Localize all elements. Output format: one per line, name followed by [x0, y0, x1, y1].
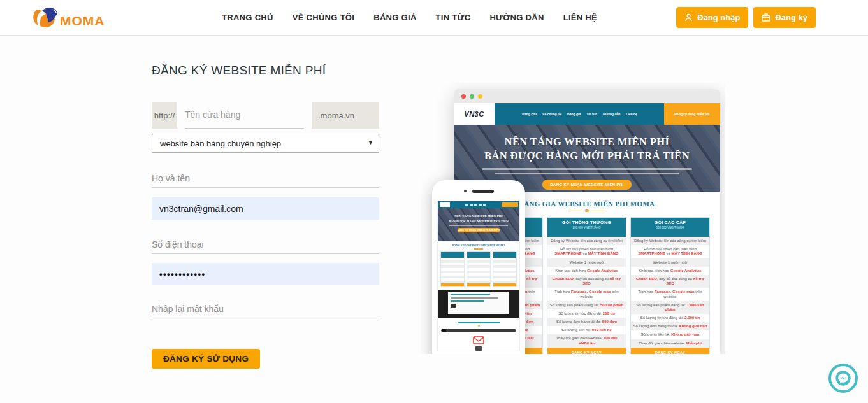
- phone-mockup: NỀN TẢNG WEBSITE MIỄN PHÍ BÁN ĐƯỢC HÀNG …: [432, 180, 525, 354]
- mock-plan-cta: ĐĂNG KÝ NGAY: [631, 348, 709, 354]
- phone-top: [432, 187, 525, 195]
- window-dot-green: [470, 94, 474, 99]
- phone-mock-nav: [438, 201, 519, 208]
- url-row: http:// .moma.vn: [152, 102, 379, 129]
- phone-video-embed: [438, 290, 519, 318]
- mock-site-cta: Đăng ký dùng miễn phí: [664, 103, 720, 125]
- phone-screen: NỀN TẢNG WEBSITE MIỄN PHÍ BÁN ĐƯỢC HÀNG …: [437, 201, 520, 351]
- phone-hero-line1: NỀN TẢNG WEBSITE MIỄN PHÍ: [454, 214, 502, 219]
- mock-hero-line1: NỀN TẢNG WEBSITE MIỄN PHÍ: [505, 135, 670, 149]
- login-button[interactable]: Đăng nhập: [676, 7, 748, 28]
- envelope-icon: [473, 336, 484, 344]
- user-icon: [684, 13, 693, 22]
- messenger-icon: [834, 369, 852, 387]
- mock-site-header: VN3C Trang chủVề chúng tôiBảng giáTin tứ…: [454, 103, 720, 125]
- mock-site-nav: Trang chủVề chúng tôiBảng giáTin tứcHướn…: [495, 103, 664, 125]
- mock-nav-item: Bảng giá: [567, 112, 581, 116]
- nav-item-0[interactable]: TRANG CHỦ: [222, 13, 273, 22]
- website-preview-graphic: VN3C Trang chủVề chúng tôiBảng giáTin tứ…: [421, 83, 725, 354]
- password-input[interactable]: [152, 263, 379, 285]
- register-label: Đăng ký: [775, 13, 807, 22]
- url-prefix: http://: [152, 102, 177, 129]
- mock-hero-line2: BÁN ĐƯỢC HÀNG MỚI PHẢI TRẢ TIỀN: [484, 149, 690, 163]
- mock-nav-item: Về chúng tôi: [542, 112, 561, 116]
- mock-pricing-plan-1: GÓI THÔNG THƯỜNG200.000 VNĐ/THÁNGĐăng ký…: [547, 217, 626, 354]
- phone-section-heading-bar: [458, 322, 500, 323]
- messenger-chat-button[interactable]: [828, 364, 858, 393]
- confirm-password-input[interactable]: [152, 299, 379, 318]
- phone-video-progress-bar: [441, 329, 516, 332]
- mock-nav-item: Trang chủ: [521, 112, 537, 116]
- phone-mail-section: [438, 336, 519, 351]
- mock-pricing-plan-2: GÓI CAO CẤP500.000 VNĐ/THÁNGĐăng ký Webs…: [630, 217, 710, 354]
- website-type-select[interactable]: website bán hàng chuyên nghiệp: [152, 134, 379, 153]
- nav-item-2[interactable]: BẢNG GIÁ: [373, 13, 416, 22]
- camera-dot: [464, 190, 467, 192]
- submit-button[interactable]: ĐĂNG KÝ SỬ DỤNG: [152, 349, 260, 369]
- page: MOMA TRANG CHỦVỀ CHÚNG TÔIBẢNG GIÁTIN TỨ…: [0, 0, 868, 403]
- nav-item-1[interactable]: VỀ CHÚNG TÔI: [293, 13, 355, 22]
- mock-hero-subtitle-line: [482, 168, 692, 170]
- store-name-input[interactable]: [185, 102, 304, 129]
- phone-mock-hero: NỀN TẢNG WEBSITE MIỄN PHÍ BÁN ĐƯỢC HÀNG …: [438, 208, 519, 241]
- mock-site-logo: VN3C: [454, 103, 495, 125]
- window-dot-yellow: [478, 94, 482, 99]
- phone-hero-line2: BÁN ĐƯỢC HÀNG MỚI PHẢI TRẢ TIỀN: [449, 219, 509, 224]
- mock-hero-cta: ĐĂNG KÝ NHẬN WEBSITE MIỄN PHÍ: [542, 180, 632, 190]
- fullname-input[interactable]: [152, 169, 379, 188]
- login-label: Đăng nhập: [697, 13, 740, 22]
- mock-nav-item: Liên hệ: [626, 112, 637, 116]
- moma-logo[interactable]: MOMA: [31, 4, 113, 31]
- register-button[interactable]: Đăng ký: [753, 7, 816, 28]
- nav-item-5[interactable]: LIÊN HỆ: [563, 13, 597, 22]
- mock-hero-subtitle-line: [495, 173, 679, 174]
- email-input[interactable]: [152, 197, 379, 220]
- mock-nav-item: Tin tức: [586, 112, 597, 116]
- mock-nav-item: Hướng dẫn: [603, 112, 620, 116]
- website-type-select-wrap: website bán hàng chuyên nghiệp ▼: [152, 134, 379, 153]
- briefcase-icon: [762, 13, 770, 22]
- window-dot-red: [461, 94, 466, 99]
- phone-hero-subtitle-line: [449, 225, 508, 226]
- logo-text: MOMA: [60, 13, 105, 29]
- phone-input[interactable]: [152, 235, 379, 254]
- nav-item-4[interactable]: HƯỚNG DẪN: [489, 13, 544, 22]
- phone-mail-button: [475, 346, 482, 351]
- phone-pricing-columns: [438, 251, 519, 287]
- phone-pricing-heading: BẢNG GIÁ WEBSITE MIỄN PHÍ MOMA: [438, 244, 519, 247]
- form-title: ĐĂNG KÝ WEBSITE MIỄN PHÍ: [152, 64, 379, 78]
- mock-plan-cta: ĐĂNG KÝ NGAY: [547, 348, 626, 354]
- header-actions: Đăng nhập Đăng ký: [676, 7, 816, 28]
- phone-heading-dot: [478, 325, 480, 327]
- phone-hero-cta: ĐĂNG KÝ NHẬN WEBSITE MIỄN PHÍ: [458, 228, 500, 232]
- phone-heading-ornament: [474, 248, 483, 250]
- speaker-bar: [472, 190, 494, 193]
- url-suffix: .moma.vn: [312, 102, 379, 129]
- moma-logo-icon: [31, 4, 64, 31]
- registration-form: ĐĂNG KÝ WEBSITE MIỄN PHÍ http:// .moma.v…: [152, 64, 379, 369]
- main-nav: TRANG CHỦVỀ CHÚNG TÔIBẢNG GIÁTIN TỨCHƯỚN…: [222, 13, 597, 22]
- browser-chrome: [454, 89, 720, 103]
- nav-item-3[interactable]: TIN TỨC: [436, 13, 471, 22]
- header: MOMA TRANG CHỦVỀ CHÚNG TÔIBẢNG GIÁTIN TỨ…: [0, 0, 868, 36]
